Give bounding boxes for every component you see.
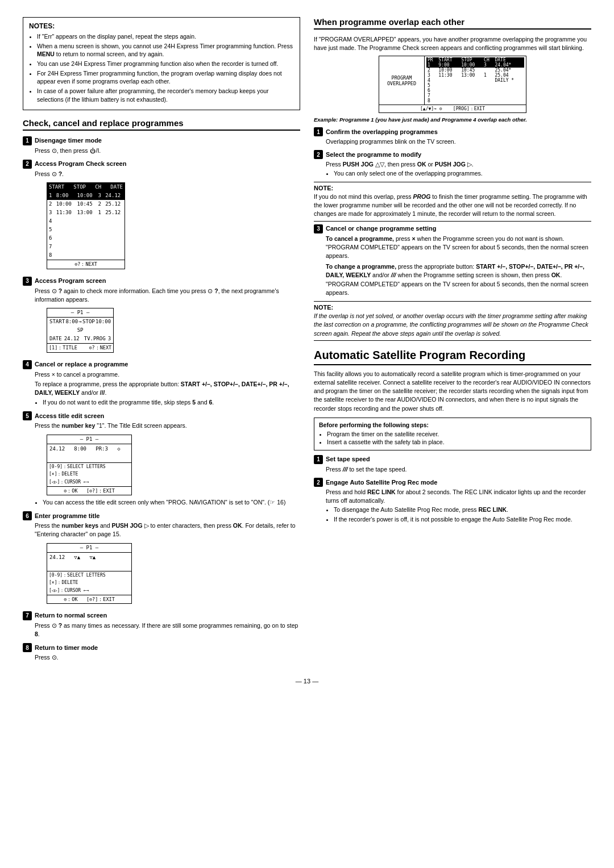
overlap-r2-date: 25.04* (493, 68, 524, 73)
overlap-r1-stop: 10:00 (460, 62, 483, 68)
screen1-row1-start: 8:00 (55, 191, 76, 200)
check-section-title: Check, cancel and replace programmes (23, 118, 300, 131)
step4-bullet: If you do not want to edit the programme… (43, 398, 300, 407)
autosat-step2-bullet2: If the recorder's power is off, it is no… (334, 515, 591, 524)
autosat-step2-text: Press and hold REC LINK for about 2 seco… (326, 488, 591, 505)
step5-content: Press the number key "1". The Title Edit… (35, 422, 300, 507)
overlap-th-pr: PR (426, 57, 437, 62)
autosat-step1-block: 1 Set tape speed Press /// to set the ta… (314, 455, 591, 474)
overlap-r2-pr: 2 (426, 68, 437, 73)
notes-item-5: In case of a power failure after program… (37, 87, 294, 103)
screen2-row2: SP (47, 326, 113, 335)
page-container: NOTES: If "Err" appears on the display p… (23, 17, 591, 666)
step3-block: 3 Access Program screen Press ⊙ ? again … (23, 277, 300, 356)
step6-block: 6 Enter programme title Press the number… (23, 511, 300, 607)
autosat-step1-text: Press /// to set the tape speed. (326, 465, 591, 474)
screen4-footer3: [◁▷]：CURSOR ←→ (47, 587, 131, 595)
screen1-row2-date: 25.12 (103, 200, 125, 208)
step8-content: Press ⊙. (35, 653, 300, 662)
overlap-step1-num: 1 (314, 127, 323, 136)
overlap-r1-start: 9:00 (437, 62, 460, 68)
screen2-title: – P1 – (47, 308, 113, 318)
step2-header: 2 Access Program Check screen (23, 160, 300, 169)
notes-item-1: If "Err" appears on the display panel, r… (37, 32, 294, 41)
step1-text: Press ⊙, then press ⏻/I. (35, 147, 300, 155)
overlap-screen-footer: [▲/▼]→ ⊙ [PROG]：EXIT (379, 105, 526, 112)
step7-block: 7 Return to normal screen Press ⊙ ? as m… (23, 611, 300, 639)
overlap-step1-content: Overlapping programmes blink on the TV s… (326, 137, 591, 146)
overlap-r2-stop: 10:45 (460, 68, 483, 73)
step2-title: Access Program Check screen (35, 160, 126, 167)
overlap-screen-inner: PROGRAMOVERLAPPED PR START STOP CH DATE … (379, 56, 526, 105)
screen1-row1-num: 1 (47, 191, 55, 200)
screen4-title: – P1 – (47, 544, 131, 553)
overlap-step2-header: 2 Select the programme to modify (314, 150, 591, 159)
screen2-footer: [1]：TITLE ⊙?：NEXT (47, 343, 113, 352)
notes-item-2: When a menu screen is shown, you cannot … (37, 42, 294, 59)
step3-title: Access Program screen (35, 277, 106, 284)
notes-item-3: You can use 24H Express Timer programmin… (37, 60, 294, 68)
overlap-r2-ch (483, 68, 493, 73)
step5-text1: Press the number key "1". The Title Edit… (35, 422, 300, 430)
auto-sat-intro: This facility allows you to automaticall… (314, 370, 591, 413)
screen3-line1: 24.12 8:00 PR:3 ◇ (47, 444, 131, 454)
right-column: When programme overlap each other If "PR… (314, 17, 591, 666)
overlap-note2-text: If the overlap is not yet solved, or ano… (314, 312, 591, 338)
step1-title: Disengage timer mode (35, 137, 102, 144)
step7-num: 7 (23, 611, 32, 620)
step7-header: 7 Return to normal screen (23, 611, 300, 620)
screen1-row3-ch: 1 (96, 208, 103, 217)
step8-title: Return to timer mode (35, 644, 98, 651)
step4-title: Cancel or replace a programme (35, 361, 128, 368)
autosat-step2-header: 2 Engage Auto Satellite Prog Rec mode (314, 478, 591, 487)
screen1-row2-ch: 2 (96, 200, 103, 208)
screen4-mockup: – P1 – 24.12 ▽▲ ▽▲ [0-9]：SELECT LETTERS … (47, 543, 132, 604)
notes-box: NOTES: If "Err" appears on the display p… (23, 17, 300, 110)
screen4-line2 (47, 562, 131, 571)
overlap-caption: Example: Programme 1 (you have just made… (314, 116, 579, 124)
overlap-table: PR START STOP CH DATE 1 9:00 10:00 3 24.… (425, 56, 526, 105)
step1-num: 1 (23, 136, 32, 145)
step5-block: 5 Access title edit screen Press the num… (23, 411, 300, 507)
overlap-note1-text: If you do not mind this overlap, press P… (314, 193, 591, 219)
notes-title: NOTES: (29, 22, 294, 30)
step4-num: 4 (23, 360, 32, 369)
autosat-step2-num: 2 (314, 478, 323, 487)
overlap-th-stop: STOP (460, 57, 483, 62)
step2-text: Press ⊙ ?. (35, 170, 300, 178)
overlap-step2-block: 2 Select the programme to modify Press P… (314, 150, 591, 177)
step8-header: 8 Return to timer mode (23, 643, 300, 652)
screen4-footer1: [0-9]：SELECT LETTERS (47, 571, 131, 579)
autosat-step2-bullet1: To disengage the Auto Satellite Prog Rec… (334, 506, 591, 514)
overlap-step1-header: 1 Confirm the overlapping programmes (314, 127, 591, 136)
screen1-footer: ⊙?：NEXT (47, 260, 125, 268)
overlap-r2-start: 10:00 (437, 68, 460, 73)
step6-title: Enter programme title (35, 512, 99, 519)
overlap-step2-title: Select the programme to modify (326, 151, 421, 158)
screen1-row3-stop: 13:00 (76, 208, 97, 217)
screen4-footer4: ⊙：OK [⊙?]：EXIT (47, 595, 131, 603)
before-item1: Program the timer on the satellite recei… (327, 431, 586, 437)
autosat-step1-header: 1 Set tape speed (314, 455, 591, 464)
step7-text: Press ⊙ ? as many times as necessary. If… (35, 621, 300, 639)
notes-item-4: For 24H Express Timer programming functi… (37, 69, 294, 86)
step5-header: 5 Access title edit screen (23, 411, 300, 420)
screen1-row2-start: 10:00 (55, 200, 76, 208)
overlap-r1-ch: 3 (483, 62, 493, 68)
step5-title: Access title edit screen (35, 412, 104, 419)
screen3-mockup: – P1 – 24.12 8:00 PR:3 ◇ [0-9]：SELECT LE… (47, 435, 132, 495)
screen3-title: – P1 – (47, 435, 131, 444)
screen3-line2 (47, 454, 131, 463)
before-title: Before performing the following steps: (319, 422, 586, 428)
overlap-step2-content: Press PUSH JOG △▽, then press OK or PUSH… (326, 160, 591, 177)
step2-block: 2 Access Program Check screen Press ⊙ ?.… (23, 160, 300, 272)
overlap-intro: If "PROGRAM OVERLAPPED" appears, you hav… (314, 35, 591, 52)
screen1-row3-date: 25.12 (103, 208, 125, 217)
autosat-step2-block: 2 Engage Auto Satellite Prog Rec mode Pr… (314, 478, 591, 524)
autosat-step2-title: Engage Auto Satellite Prog Rec mode (326, 479, 437, 486)
step1-content: Press ⊙, then press ⏻/I. (35, 147, 300, 155)
step3-content: Press ⊙ ? again to check more informatio… (35, 287, 300, 356)
left-column: NOTES: If "Err" appears on the display p… (23, 17, 300, 666)
step6-header: 6 Enter programme title (23, 511, 300, 520)
autosat-step1-content: Press /// to set the tape speed. (326, 465, 591, 474)
